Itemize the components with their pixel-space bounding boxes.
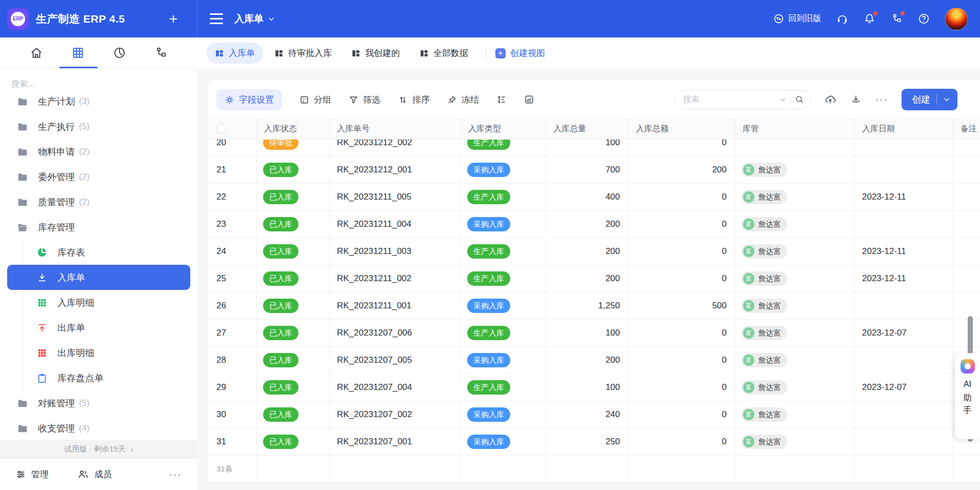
sidebar-item-label: 委外管理	[38, 171, 75, 183]
sidebar-item-label: 入库明细	[57, 297, 94, 309]
sidebar-item-出库明细[interactable]: 出库明细	[0, 340, 197, 365]
app-logo[interactable]: ERP	[7, 8, 29, 30]
sidebar-item-入库单[interactable]: 入库单	[7, 265, 190, 290]
content: 字段设置 分组 筛选 排序	[197, 69, 980, 490]
support-button[interactable]	[836, 13, 848, 25]
download-icon[interactable]	[850, 93, 862, 106]
chevron-down-icon[interactable]	[268, 15, 275, 23]
sidebar-item-入库明细[interactable]: 入库明细	[0, 290, 197, 315]
table-row[interactable]: 22已入库RK_20231211_005生产入库4000富詹达富2023-12-…	[207, 184, 980, 211]
keeper-chip: 富詹达富	[742, 163, 787, 177]
column-header-入库总量[interactable]: 入库总量	[546, 119, 629, 139]
status-cell: 已入库	[257, 265, 330, 292]
create-view-button[interactable]: +创建视图	[495, 47, 545, 59]
column-header-入库日期[interactable]: 入库日期	[855, 119, 953, 139]
column-header-备注[interactable]: 备注	[953, 119, 980, 139]
table-search-input[interactable]	[683, 95, 775, 104]
folder-icon	[16, 196, 29, 208]
more-actions-button[interactable]: ···	[875, 94, 888, 105]
tab-全部数据[interactable]: 全部数据	[411, 43, 476, 64]
org-chart-icon[interactable]	[154, 46, 168, 60]
manage-button[interactable]: 管理	[15, 468, 49, 480]
table-row[interactable]: 23已入库RK_20231211_004采购入库2000富詹达富	[207, 211, 980, 238]
search-icon[interactable]	[795, 95, 804, 104]
status-badge: 已入库	[263, 435, 298, 449]
toolbar-right: ··· 创建	[674, 89, 971, 110]
create-button[interactable]: 创建	[902, 89, 957, 110]
sidebar-item-物料申请[interactable]: 物料申请(2)	[0, 139, 197, 164]
type-cell: 生产入库	[461, 265, 546, 292]
menu-icon[interactable]	[210, 13, 223, 24]
row-number: 26	[207, 292, 257, 319]
add-button[interactable]: +	[169, 12, 177, 26]
amount-cell: 0	[629, 211, 735, 238]
ai-assistant-button[interactable]: AI 助 手	[955, 353, 980, 439]
sidebar-item-生产计划[interactable]: 生产计划(3)	[0, 93, 197, 114]
row-height-button[interactable]	[496, 94, 507, 105]
members-button[interactable]: 成员	[77, 468, 112, 480]
sidebar-item-出库单[interactable]: 出库单	[0, 315, 197, 340]
cloud-upload-icon[interactable]	[824, 93, 836, 106]
field-settings-button[interactable]: 字段设置	[216, 89, 282, 110]
tab-我创建的[interactable]: 我创建的	[343, 43, 408, 64]
qty-cell: 200	[546, 238, 629, 265]
workflow-button[interactable]	[891, 13, 903, 25]
sidebar-item-对账管理[interactable]: 对账管理(5)	[0, 390, 197, 416]
sidebar-item-生产执行[interactable]: 生产执行(5)	[0, 114, 197, 139]
sort-button[interactable]: 排序	[398, 94, 430, 106]
funnel-icon	[349, 95, 358, 105]
table-row[interactable]: 28已入库RK_20231207_005采购入库2000富詹达富	[207, 347, 980, 374]
sidebar-item-库存表[interactable]: 库存表	[0, 240, 197, 265]
table-row[interactable]: 26已入库RK_20231211_001采购入库1,250500富詹达富	[207, 292, 980, 320]
column-header-入库状态[interactable]: 入库状态	[257, 119, 330, 139]
sidebar-item-质量管理[interactable]: 质量管理(2)	[0, 189, 197, 214]
column-header-库管[interactable]: 库管	[735, 119, 855, 139]
filter-button[interactable]: 筛选	[349, 94, 381, 106]
back-to-old-version-button[interactable]: 回到旧版	[773, 13, 821, 24]
chart-button[interactable]	[524, 94, 534, 105]
tab-入库单[interactable]: 入库单	[207, 43, 263, 64]
keeper-chip: 富詹达富	[742, 244, 787, 259]
divider	[790, 94, 791, 105]
table-row[interactable]: 30已入库RK_20231207_002采购入库2400富詹达富	[207, 401, 980, 428]
date-cell	[855, 211, 953, 238]
more-options-button[interactable]: ···	[169, 468, 182, 480]
column-header-入库总额[interactable]: 入库总额	[629, 119, 735, 139]
table-row[interactable]: 21已入库RK_20231212_001采购入库700200富詹达富	[207, 156, 980, 184]
app-title: 生产制造 ERP 4.5	[36, 12, 125, 26]
sidebar-item-收支管理[interactable]: 收支管理(4)	[0, 416, 197, 440]
sidebar-item-库存盘点单[interactable]: 库存盘点单	[0, 365, 197, 390]
sidebar-item-委外管理[interactable]: 委外管理(2)	[0, 164, 197, 189]
tab-待审批入库[interactable]: 待审批入库	[266, 43, 340, 64]
group-label: 分组	[314, 94, 331, 106]
order-no-cell: RK_20231212_001	[330, 156, 461, 183]
status-badge: 已入库	[263, 190, 298, 204]
trial-banner[interactable]: 试用版 · 剩余15天 ›	[0, 440, 197, 458]
table-row[interactable]: 29已入库RK_20231207_004生产入库1000富詹达富2023-12-…	[207, 374, 980, 401]
freeze-button[interactable]: 冻结	[447, 94, 479, 106]
keeper-cell: 富詹达富	[735, 401, 855, 428]
home-icon[interactable]	[30, 46, 43, 60]
table-row[interactable]: 24已入库RK_20231211_003生产入库2000富詹达富2023-12-…	[207, 238, 980, 265]
user-avatar[interactable]	[945, 8, 968, 30]
sidebar-search-input[interactable]: 搜索...	[0, 69, 197, 93]
column-header-入库单号[interactable]: 入库单号	[330, 119, 461, 139]
table-row[interactable]: 27已入库RK_20231207_006生产入库1000富詹达富2023-12-…	[207, 320, 980, 347]
type-cell: 采购入库	[461, 292, 546, 319]
table-row[interactable]: 31已入库RK_20231207_001采购入库2500富詹达富	[207, 428, 980, 456]
status-badge: 已入库	[263, 244, 298, 259]
select-all-checkbox[interactable]	[216, 124, 226, 133]
keeper-chip: 富詹达富	[742, 326, 787, 340]
group-button[interactable]: 分组	[299, 94, 331, 106]
table-row[interactable]: 25已入库RK_20231211_002生产入库2000富詹达富2023-12-…	[207, 265, 980, 292]
notifications-button[interactable]	[864, 13, 875, 25]
help-button[interactable]	[918, 13, 930, 25]
clock-icon[interactable]	[113, 46, 126, 60]
type-cell: 生产入库	[461, 140, 546, 156]
table-row[interactable]: 20待审批RK_20231212_002生产入库1000	[207, 140, 980, 156]
view-tabs: 入库单待审批入库我创建的全部数据+创建视图	[197, 37, 980, 69]
grid-view-icon[interactable]	[71, 46, 85, 60]
column-header-入库类型[interactable]: 入库类型	[461, 119, 546, 139]
sidebar-item-库存管理[interactable]: 库存管理	[0, 214, 197, 240]
chevron-down-icon[interactable]	[779, 96, 786, 103]
